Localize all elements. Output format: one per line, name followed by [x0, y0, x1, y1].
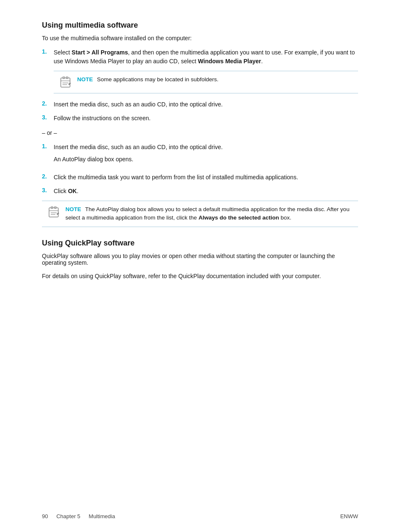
step-2: 2. Insert the media disc, such as an aud… — [42, 100, 358, 109]
step-alt-1-content: Insert the media disc, such as an audio … — [54, 143, 358, 168]
step-1-bold-wmp: Windows Media Player — [198, 58, 261, 65]
note-icon-2 — [47, 205, 60, 219]
note-content-1: Some applications may be located in subf… — [97, 76, 218, 83]
note-icon-1 — [59, 75, 72, 89]
or-separator: – or – — [42, 129, 358, 136]
section2-para1: QuickPlay software allows you to play mo… — [42, 253, 358, 266]
footer-locale: ENWW — [340, 513, 358, 519]
step-3: 3. Follow the instructions on the screen… — [42, 114, 358, 123]
footer-page-number: 90 — [42, 513, 48, 519]
step-alt-1-subtext: An AutoPlay dialog box opens. — [54, 155, 358, 164]
svg-rect-6 — [49, 208, 58, 217]
step-1-content: Select Start > All Programs, and then op… — [54, 48, 358, 66]
step-alt-2: 2. Click the multimedia task you want to… — [42, 173, 358, 182]
step-alt-1-number: 1. — [42, 143, 54, 150]
note-box-2: NOTE The AutoPlay dialog box allows you … — [42, 201, 358, 227]
step-3-number: 3. — [42, 114, 54, 121]
section1-title: Using multimedia software — [42, 21, 358, 30]
note-text-2: NOTE The AutoPlay dialog box allows you … — [65, 205, 353, 222]
footer-left: 90 Chapter 5 Multimedia — [42, 513, 115, 519]
section1-intro: To use the multimedia software installed… — [42, 35, 358, 41]
step-alt-3: 3. Click OK. — [42, 187, 358, 196]
note-box-1: NOTE Some applications may be located in… — [54, 71, 358, 93]
note-content-2: The AutoPlay dialog box allows you to se… — [65, 206, 349, 221]
step-alt-1-text: Insert the media disc, such as an audio … — [54, 143, 358, 152]
note-2-bold: Always do the selected action — [198, 214, 279, 221]
footer-chapter-name: Multimedia — [89, 513, 115, 519]
step-alt-1: 1. Insert the media disc, such as an aud… — [42, 143, 358, 168]
step-3-content: Follow the instructions on the screen. — [54, 114, 358, 123]
step-alt-3-ok: OK — [68, 188, 77, 194]
section2-title: Using QuickPlay software — [42, 239, 358, 248]
step-alt-3-number: 3. — [42, 187, 54, 194]
footer-chapter: Chapter 5 — [56, 513, 80, 519]
step-alt-2-number: 2. — [42, 173, 54, 180]
section2-para2: For details on using QuickPlay software,… — [42, 273, 358, 279]
step-1-bold-start: Start > All Programs — [72, 49, 128, 56]
step-2-number: 2. — [42, 100, 54, 107]
step-1: 1. Select Start > All Programs, and then… — [42, 48, 358, 66]
note-box-2-wrapper: NOTE The AutoPlay dialog box allows you … — [42, 201, 358, 227]
section2-wrapper: Using QuickPlay software QuickPlay softw… — [42, 239, 358, 279]
note-label-1: NOTE — [77, 76, 93, 83]
step-alt-3-content: Click OK. — [54, 187, 358, 196]
footer: 90 Chapter 5 Multimedia ENWW — [0, 513, 400, 519]
note-label-2: NOTE — [65, 206, 81, 212]
step-1-number: 1. — [42, 48, 54, 55]
note-text-1: NOTE Some applications may be located in… — [77, 75, 218, 84]
step-alt-2-content: Click the multimedia task you want to pe… — [54, 173, 358, 182]
step-2-content: Insert the media disc, such as an audio … — [54, 100, 358, 109]
svg-rect-0 — [61, 78, 70, 87]
page-container: Using multimedia software To use the mul… — [0, 0, 400, 532]
